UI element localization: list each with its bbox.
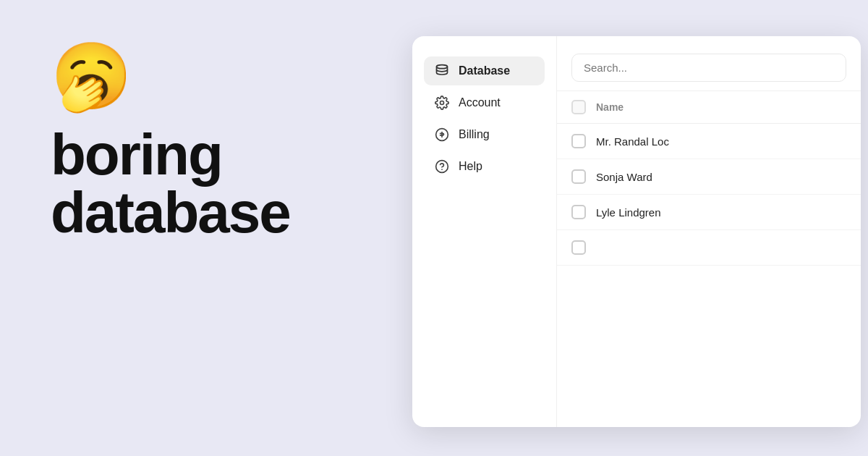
dollar-icon [434, 127, 450, 142]
header-checkbox[interactable] [571, 100, 586, 114]
sidebar-label-billing: Billing [459, 128, 490, 141]
sidebar-item-billing[interactable]: Billing [424, 120, 545, 149]
svg-point-0 [437, 65, 448, 69]
sidebar-item-account[interactable]: Account [424, 88, 545, 117]
row-name-3: Lyle Lindgren [596, 206, 661, 219]
main-content: Name Mr. Randal Loc Sonja Ward Lyle Lind… [557, 36, 861, 427]
row-name-2: Sonja Ward [596, 171, 652, 183]
table-header-row: Name [557, 91, 861, 124]
table-area: Name Mr. Randal Loc Sonja Ward Lyle Lind… [557, 91, 861, 427]
database-icon [434, 64, 450, 78]
sidebar-label-account: Account [459, 96, 501, 109]
table-row-partial [557, 230, 861, 266]
sidebar: Database Account [412, 36, 557, 427]
row-checkbox-4[interactable] [571, 240, 586, 255]
table-row: Mr. Randal Loc [557, 124, 861, 159]
table-row: Lyle Lindgren [557, 195, 861, 230]
search-bar-area [557, 36, 861, 91]
row-checkbox-3[interactable] [571, 205, 586, 219]
app-window: Database Account [412, 36, 861, 427]
headline-line2: database [51, 180, 290, 245]
headline-line1: boring [51, 122, 222, 187]
sidebar-label-database: Database [459, 64, 510, 77]
row-checkbox-1[interactable] [571, 134, 586, 148]
svg-point-1 [441, 101, 444, 105]
right-panel: Database Account [405, 0, 868, 456]
left-panel: 🥱 boring database [0, 0, 405, 456]
name-column-header: Name [596, 101, 624, 113]
sidebar-item-database[interactable]: Database [424, 56, 545, 85]
sidebar-label-help: Help [459, 160, 482, 173]
yawning-emoji: 🥱 [51, 43, 362, 109]
sidebar-item-help[interactable]: Help [424, 152, 545, 181]
headline: boring database [51, 126, 362, 242]
row-name-1: Mr. Randal Loc [596, 135, 669, 148]
question-icon [434, 159, 450, 174]
table-row: Sonja Ward [557, 159, 861, 195]
gear-icon [434, 96, 450, 110]
row-checkbox-2[interactable] [571, 169, 586, 184]
search-input[interactable] [571, 54, 846, 82]
